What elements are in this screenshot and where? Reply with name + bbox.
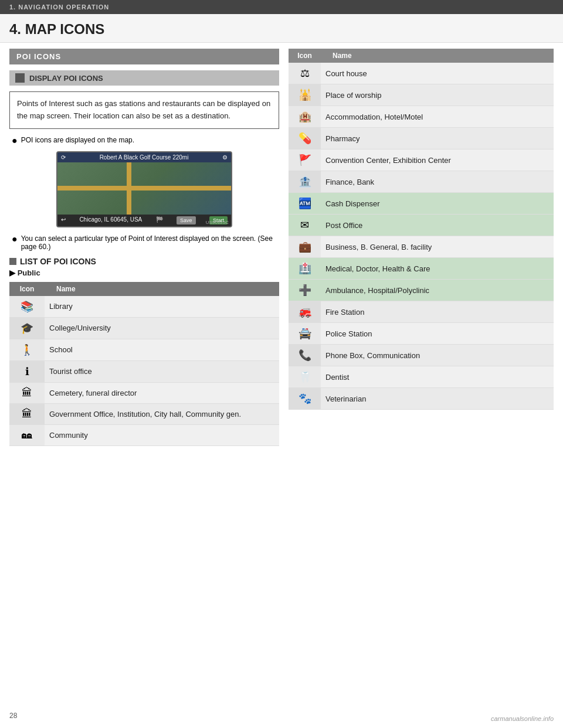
right-icon-cell: 💊 [289, 128, 321, 149]
left-name-cell: Community [45, 424, 279, 445]
poi-icon: 🏧 [299, 197, 311, 210]
poi-icons-section-header: POI ICONS [9, 49, 279, 64]
poi-icon: 🎓 [21, 322, 33, 335]
right-icon-cell: 🏦 [289, 171, 321, 193]
right-icon-cell: 🏧 [289, 193, 321, 215]
poi-icon: 🐾 [299, 392, 311, 405]
poi-icon: 🏨 [299, 110, 311, 123]
right-icon-cell: ⚖ [289, 63, 321, 84]
page-title: 4. MAP ICONS [0, 14, 563, 43]
poi-icon: ✉ [300, 219, 309, 232]
poi-icon: 🏥 [299, 262, 311, 275]
map-back-icon: ↩ [61, 216, 66, 224]
map-top-label: Robert A Black Golf Course 220mi [100, 154, 189, 161]
poi-icon: 🕌 [299, 89, 311, 101]
left-name-cell: Cemetery, funeral director [45, 382, 279, 403]
table-row: 🏥 Medical, Doctor, Health & Care [289, 258, 554, 280]
list-section-header: LIST OF POI ICONS [9, 257, 279, 266]
left-name-cell: College/University [45, 317, 279, 339]
right-name-cell: Place of worship [321, 84, 554, 106]
map-road-h [57, 186, 231, 190]
poi-icon: 🚩 [299, 154, 311, 166]
table-row: 🎓 College/University [9, 317, 279, 339]
bullet-text-2: ● You can select a particular type of Po… [9, 234, 279, 251]
poi-icon: 🦷 [299, 370, 311, 383]
poi-icon: 💼 [299, 240, 311, 253]
right-icon-cell: 🕌 [289, 84, 321, 106]
map-top-bar: ⟳ Robert A Black Golf Course 220mi ⚙ [57, 152, 231, 162]
right-icon-cell: 🚔 [289, 323, 321, 345]
bullet-text-1: ● POI icons are displayed on the map. [9, 136, 279, 145]
right-name-cell: Cash Dispenser [321, 193, 554, 215]
map-bottom-label: Chicago, IL 60645, USA [79, 216, 142, 224]
left-icon-cell: ℹ [9, 360, 45, 382]
right-table-icon-header: Icon [289, 49, 321, 63]
right-icon-cell: 🚩 [289, 149, 321, 171]
right-icon-cell: ➕ [289, 280, 321, 301]
header-square-icon [15, 73, 25, 83]
poi-table-right: Icon Name ⚖ Court house 🕌 Place of worsh… [289, 49, 554, 410]
content-area: POI ICONS DISPLAY POI ICONS Points of In… [0, 43, 563, 458]
table-row: 📚 Library [9, 296, 279, 318]
right-table-name-header: Name [321, 49, 554, 63]
left-icon-cell: 🏛 [9, 403, 45, 424]
right-icon-cell: 🏥 [289, 258, 321, 280]
map-start-icon: 🏁 [156, 216, 163, 224]
map-bottom-bar: ↩ Chicago, IL 60645, USA 🏁 Save Start [57, 215, 231, 226]
map-settings-icon: ⚙ [222, 154, 228, 161]
description-box: Points of Interest such as gas stations … [9, 91, 279, 129]
table-row: 🕌 Place of worship [289, 84, 554, 106]
right-name-cell: Business, B. General, B. facility [321, 236, 554, 258]
table-row: 🏘 Community [9, 424, 279, 445]
table-row: 🚶 School [9, 339, 279, 360]
map-id: US90125C [206, 220, 229, 225]
poi-icon: 📚 [21, 300, 33, 313]
left-name-cell: Government Office, Institution, City hal… [45, 403, 279, 424]
left-column: POI ICONS DISPLAY POI ICONS Points of In… [9, 49, 279, 452]
table-row: 🚔 Police Station [289, 323, 554, 345]
poi-icon: ➕ [299, 284, 311, 297]
right-icon-cell: 🦷 [289, 366, 321, 388]
public-subsection: ▶ Public [9, 268, 279, 277]
right-name-cell: Court house [321, 63, 554, 84]
right-icon-cell: 🏨 [289, 106, 321, 128]
table-row: 🏛 Cemetery, funeral director [9, 382, 279, 403]
poi-icon: 🏛 [22, 408, 32, 420]
right-name-cell: Phone Box, Communication [321, 345, 554, 366]
map-icon: ⟳ [61, 154, 66, 161]
poi-icon: 💊 [299, 132, 311, 145]
right-name-cell: Finance, Bank [321, 171, 554, 193]
table-row: 💼 Business, B. General, B. facility [289, 236, 554, 258]
table-row: 🏨 Accommodation, Hotel/Motel [289, 106, 554, 128]
poi-icon: 🏘 [22, 429, 32, 441]
table-row: 🏦 Finance, Bank [289, 171, 554, 193]
table-row: ℹ Tourist office [9, 360, 279, 382]
left-icon-cell: 🏛 [9, 382, 45, 403]
right-name-cell: Dentist [321, 366, 554, 388]
right-name-cell: Ambulance, Hospital/Polyclinic [321, 280, 554, 301]
left-table-icon-header: Icon [9, 282, 45, 296]
right-icon-cell: ✉ [289, 215, 321, 236]
table-row: 💊 Pharmacy [289, 128, 554, 149]
page-number: 28 [9, 712, 17, 720]
bullet-icon-2: ● [12, 234, 18, 244]
table-row: 🚩 Convention Center, Exhibition Center [289, 149, 554, 171]
right-column: Icon Name ⚖ Court house 🕌 Place of worsh… [289, 49, 554, 452]
right-icon-cell: 🐾 [289, 388, 321, 410]
map-inner [57, 162, 231, 215]
map-road-v [127, 162, 131, 215]
poi-icon: 🚶 [21, 343, 33, 356]
poi-icon: ⚖ [300, 67, 310, 80]
display-poi-header: DISPLAY POI ICONS [9, 70, 279, 86]
right-name-cell: Convention Center, Exhibition Center [321, 149, 554, 171]
poi-table-left: Icon Name 📚 Library 🎓 College/University… [9, 282, 279, 446]
poi-icon: 📞 [299, 349, 311, 362]
left-name-cell: School [45, 339, 279, 360]
left-name-cell: Tourist office [45, 360, 279, 382]
bullet-icon-1: ● [12, 136, 18, 145]
list-sq-icon [9, 258, 16, 265]
poi-icon: ℹ [25, 365, 29, 378]
map-save-button[interactable]: Save [177, 216, 196, 224]
watermark: carmanualsonline.info [491, 715, 554, 722]
right-name-cell: Post Office [321, 215, 554, 236]
